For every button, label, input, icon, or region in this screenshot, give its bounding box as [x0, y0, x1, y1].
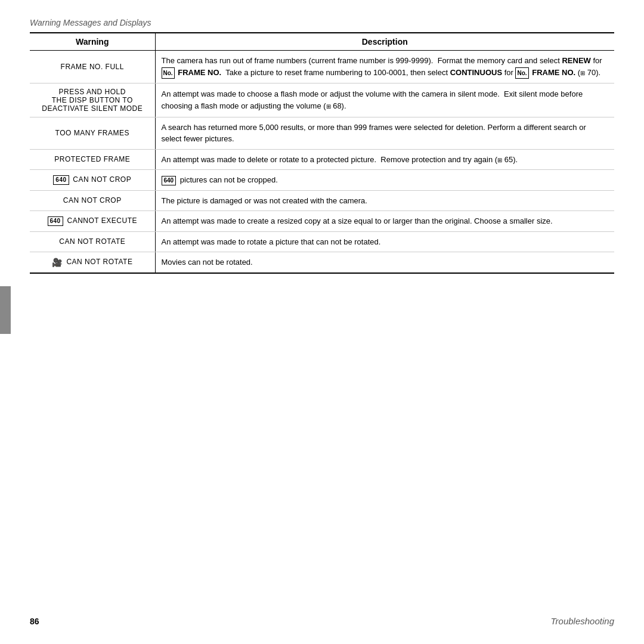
table-row: PROTECTED FRAME An attempt was made to d…: [30, 149, 614, 170]
desc-cell: 640 pictures can not be cropped.: [155, 170, 614, 191]
warning-cell: FRAME NO. FULL: [30, 51, 155, 83]
table-row: 640 CANNOT EXECUTE An attempt was made t…: [30, 211, 614, 232]
icon-640-execute: 640: [48, 216, 63, 226]
ref-icon: ⊞: [497, 156, 502, 165]
ref-icon: ⊞: [580, 69, 585, 78]
desc-cell: A search has returned more 5,000 results…: [155, 117, 614, 149]
desc-cell: An attempt was made to create a resized …: [155, 211, 614, 232]
ref-icon: ⊞: [326, 102, 331, 111]
page-number: 86: [30, 617, 39, 626]
desc-cell: An attempt was made to choose a flash mo…: [155, 83, 614, 117]
frameno-icon: No.: [162, 67, 175, 79]
warning-cell: 🎥 CAN NOT ROTATE: [30, 252, 155, 273]
header-warning: Warning: [30, 33, 155, 51]
desc-cell: Movies can not be rotated.: [155, 252, 614, 273]
section-name: Troubleshooting: [551, 616, 614, 626]
table-row: CAN NOT CROP The picture is damaged or w…: [30, 190, 614, 211]
table-row: 640 CAN NOT CROP 640 pictures can not be…: [30, 170, 614, 191]
warning-table: Warning Description FRAME NO. FULL The c…: [30, 32, 614, 274]
table-row: CAN NOT ROTATE An attempt was made to ro…: [30, 231, 614, 252]
warning-cell: 640 CAN NOT CROP: [30, 170, 155, 191]
movie-icon: 🎥: [52, 258, 63, 267]
desc-cell: The picture is damaged or was not create…: [155, 190, 614, 211]
icon-640: 640: [53, 175, 69, 185]
icon-640-desc: 640: [162, 176, 177, 185]
warning-cell: PRESS AND HOLDTHE DISP BUTTON TODEACTIVA…: [30, 83, 155, 117]
warning-cell: 640 CANNOT EXECUTE: [30, 211, 155, 232]
page-title: Warning Messages and Displays: [30, 18, 614, 27]
warning-cell: CAN NOT CROP: [30, 190, 155, 211]
warning-cell: CAN NOT ROTATE: [30, 231, 155, 252]
sidebar-tab: [0, 286, 11, 334]
table-row: PRESS AND HOLDTHE DISP BUTTON TODEACTIVA…: [30, 83, 614, 117]
warning-cell: PROTECTED FRAME: [30, 149, 155, 170]
desc-cell: The camera has run out of frame numbers …: [155, 51, 614, 83]
table-row: 🎥 CAN NOT ROTATE Movies can not be rotat…: [30, 252, 614, 273]
table-row: FRAME NO. FULL The camera has run out of…: [30, 51, 614, 83]
page-container: Warning Messages and Displays Warning De…: [0, 0, 644, 292]
warning-cell: TOO MANY FRAMES: [30, 117, 155, 149]
table-row: TOO MANY FRAMES A search has returned mo…: [30, 117, 614, 149]
header-description: Description: [155, 33, 614, 51]
frameno-icon-2: No.: [515, 67, 528, 79]
desc-cell: An attempt was made to rotate a picture …: [155, 231, 614, 252]
desc-cell: An attempt was made to delete or rotate …: [155, 149, 614, 170]
